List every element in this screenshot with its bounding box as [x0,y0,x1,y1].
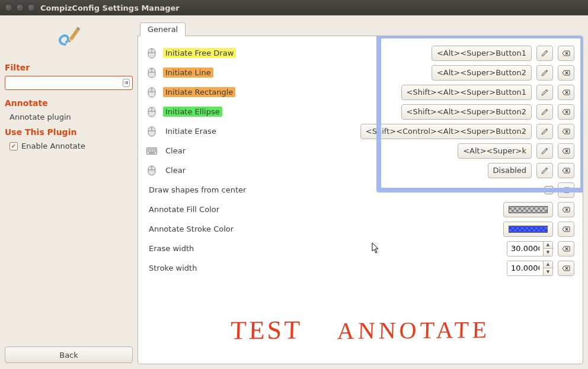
enable-annotate-label: Enable Annotate [21,142,85,150]
reset-shortcut-button[interactable] [558,46,574,61]
stroke-width-spinner[interactable]: ▲▼ [507,261,553,276]
edit-shortcut-button[interactable] [536,124,553,139]
shortcut-text: <Alt><Super>k [463,146,526,155]
mouse-icon [146,87,157,98]
setting-label: Initiate Ellipse [163,107,222,117]
shortcut-text: <Alt><Super>Button1 [437,49,526,57]
svg-rect-0 [69,28,80,40]
svg-rect-21 [149,149,151,150]
window-minimize-button[interactable] [16,4,24,12]
shortcut-text: <Shift><Alt><Super>Button1 [407,88,526,97]
erase-width-down[interactable]: ▼ [544,249,552,256]
svg-rect-24 [155,149,156,150]
mouse-icon [146,107,157,117]
reset-fill-color-button[interactable] [558,202,574,217]
plugin-logo [5,20,133,57]
keyboard-icon [146,147,157,155]
window-titlebar: CompizConfig Settings Manager [0,0,588,15]
svg-rect-23 [153,149,154,150]
shortcut-button[interactable]: <Shift><Control><Alt><Super>Button2 [360,124,532,139]
filter-section-title: Filter [5,60,133,73]
fill-color-label: Annotate Fill Color [146,204,222,214]
mouse-icon [146,68,157,78]
edit-shortcut-button[interactable] [536,143,553,159]
stroke-width-input[interactable] [507,261,543,275]
window-maximize-button[interactable] [27,4,36,12]
edit-shortcut-button[interactable] [536,65,553,81]
shortcut-button[interactable]: <Alt><Super>Button2 [432,65,532,81]
back-button-label: Back [59,351,78,360]
svg-rect-29 [155,150,156,152]
svg-rect-27 [151,150,152,152]
edit-shortcut-button[interactable] [536,104,553,120]
handwriting-test: TEST [231,315,303,345]
filter-clear-icon[interactable]: ⌫ [123,79,130,87]
svg-rect-22 [151,149,152,150]
svg-rect-25 [148,150,149,152]
stroke-width-up[interactable]: ▲ [544,261,552,269]
stroke-color-label: Annotate Stroke Color [146,224,236,234]
window-close-button[interactable] [5,4,13,12]
setting-label: Clear [163,165,188,175]
reset-erase-width-button[interactable] [558,241,574,256]
shortcut-button[interactable]: Disabled [488,163,532,178]
mouse-icon [146,126,157,137]
enable-annotate-checkbox[interactable]: ✔ [9,142,18,150]
back-button[interactable]: Back [5,346,133,363]
mouse-icon [146,48,157,59]
stroke-width-down[interactable]: ▼ [544,268,552,275]
shortcut-text: <Alt><Super>Button2 [437,68,526,77]
reset-draw-center-button[interactable] [558,182,574,198]
reset-shortcut-button[interactable] [558,143,574,159]
reset-shortcut-button[interactable] [558,65,574,81]
draw-center-checkbox[interactable]: ✔ [545,186,553,194]
edit-shortcut-button[interactable] [536,163,553,178]
setting-row-3: Initiate Ellipse<Shift><Alt><Super>Butto… [146,102,574,121]
setting-row-5: Clear<Alt><Super>k [146,141,574,161]
shortcut-text: <Shift><Alt><Super>Button2 [407,107,526,116]
reset-shortcut-button[interactable] [558,163,574,178]
erase-width-up[interactable]: ▲ [544,242,552,249]
handwriting-annotate: ANNOTATE [337,315,490,344]
filter-input-wrap[interactable]: ⌫ [5,76,133,90]
setting-label: Initiate Line [163,68,213,78]
shortcut-button[interactable]: <Shift><Alt><Super>Button1 [401,85,532,100]
fill-color-button[interactable] [503,202,553,217]
edit-shortcut-button[interactable] [536,46,553,61]
sidebar: Filter ⌫ Annotate Annotate plugin Use Th… [5,20,133,364]
svg-rect-30 [149,152,155,153]
setting-row-1: Initiate Line<Alt><Super>Button2 [146,63,574,82]
stroke-color-button[interactable] [503,222,553,237]
erase-width-spinner[interactable]: ▲▼ [507,241,553,256]
setting-row-6: ClearDisabled [146,161,574,180]
setting-label: Initiate Erase [163,126,219,136]
shortcut-text: <Shift><Control><Alt><Super>Button2 [366,127,526,136]
shortcut-text: Disabled [493,166,526,175]
shortcut-button[interactable]: <Shift><Alt><Super>Button2 [401,104,532,120]
setting-label: Initiate Rectangle [163,87,235,97]
mouse-icon [146,165,157,176]
annotate-section-title: Annotate [5,96,133,109]
reset-stroke-color-button[interactable] [558,222,574,237]
edit-shortcut-button[interactable] [536,85,553,100]
tab-general[interactable]: General [140,23,186,36]
handwriting-overlay: TEST ANNOTATE [138,303,583,357]
shortcut-button[interactable]: <Alt><Super>Button1 [432,46,532,61]
use-plugin-section-title: Use This Plugin [5,125,133,138]
stroke-width-label: Stroke width [146,263,199,273]
setting-label: Initiate Free Draw [163,48,236,58]
setting-row-4: Initiate Erase<Shift><Control><Alt><Supe… [146,121,574,141]
reset-shortcut-button[interactable] [558,104,574,120]
reset-shortcut-button[interactable] [558,124,574,139]
annotate-plugin-link[interactable]: Annotate plugin [5,109,133,125]
reset-shortcut-button[interactable] [558,85,574,100]
tab-general-label: General [148,25,178,34]
draw-center-label: Draw shapes from center [146,185,248,195]
window-title: CompizConfig Settings Manager [40,4,180,12]
svg-rect-28 [153,150,154,152]
filter-input[interactable] [9,78,123,88]
erase-width-input[interactable] [507,242,543,256]
shortcut-button[interactable]: <Alt><Super>k [458,143,532,159]
reset-stroke-width-button[interactable] [558,261,574,276]
tab-content: Initiate Free Draw<Alt><Super>Button1Ini… [138,36,583,364]
